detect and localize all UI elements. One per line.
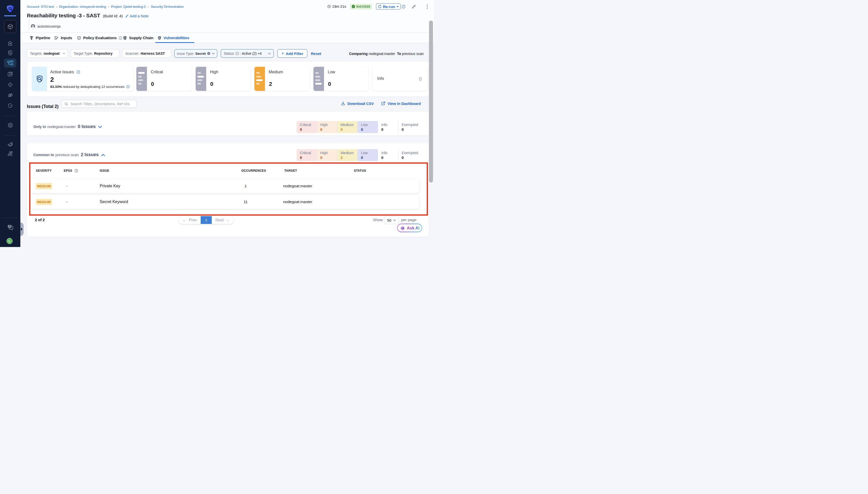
svg-text:?: ? — [9, 225, 10, 228]
